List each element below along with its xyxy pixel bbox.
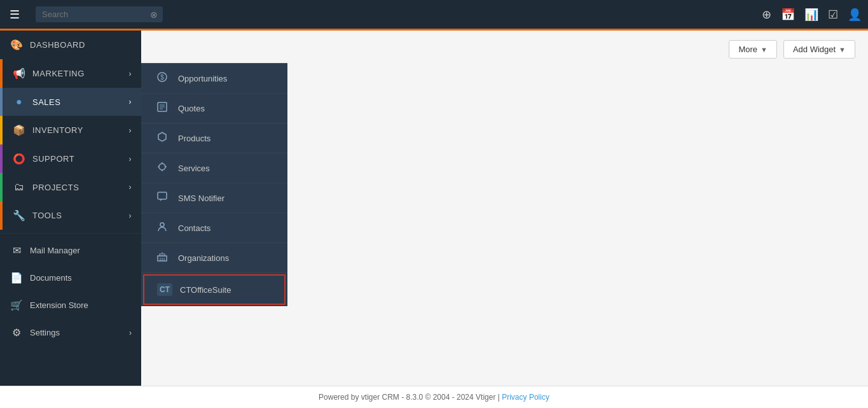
- chevron-right-icon: ›: [129, 183, 132, 192]
- support-icon: ⭕: [12, 153, 26, 165]
- submenu-item-label: CTOfficeSuite: [180, 285, 231, 295]
- projects-icon: 🗂: [12, 181, 26, 193]
- add-widget-caret-icon: ▼: [839, 46, 846, 53]
- privacy-policy-link[interactable]: Privacy Policy: [502, 393, 549, 402]
- sidebar-item-support[interactable]: ⭕ Support ›: [0, 144, 141, 173]
- sidebar-item-label: Projects: [32, 183, 79, 192]
- chevron-right-icon: ›: [129, 155, 132, 164]
- svg-rect-11: [158, 192, 167, 199]
- search-input[interactable]: [36, 6, 163, 22]
- hamburger-menu[interactable]: ☰: [6, 4, 23, 25]
- svg-rect-14: [160, 254, 165, 256]
- chart-icon[interactable]: 📊: [804, 8, 818, 22]
- sidebar-item-label: Tools: [32, 211, 62, 220]
- add-widget-button[interactable]: Add Widget ▼: [783, 40, 855, 59]
- nav-divider: [0, 233, 141, 234]
- sidebar-item-sales[interactable]: ● Sales ›: [0, 88, 141, 116]
- more-caret-icon: ▼: [761, 46, 768, 53]
- svg-point-6: [159, 164, 165, 170]
- organizations-icon: [154, 251, 170, 265]
- submenu-item-label: Organizations: [178, 253, 229, 263]
- sms-icon: [154, 191, 170, 205]
- chevron-right-icon: ›: [129, 328, 132, 337]
- submenu-item-quotes[interactable]: Quotes: [141, 94, 287, 123]
- sidebar-item-mail-manager[interactable]: ✉ Mail Manager: [0, 237, 141, 264]
- submenu-item-label: Services: [178, 164, 210, 173]
- services-icon: [154, 161, 170, 175]
- sidebar-item-label: Sales: [32, 97, 60, 107]
- add-widget-label: Add Widget: [793, 45, 836, 54]
- top-bar: ☰ ⊗ ⊕ 📅 📊 ☑ 👤: [0, 0, 868, 31]
- submenu-item-label: Quotes: [178, 104, 205, 113]
- tasks-icon[interactable]: ☑: [828, 8, 838, 22]
- marketing-icon: 📢: [12, 67, 26, 80]
- quotes-icon: [154, 101, 170, 115]
- chevron-right-icon: ›: [129, 126, 132, 135]
- user-icon[interactable]: 👤: [848, 8, 862, 22]
- submenu-item-organizations[interactable]: Organizations: [141, 243, 287, 273]
- submenu-item-opportunities[interactable]: $ Opportunities: [141, 64, 287, 94]
- sidebar-item-label: Documents: [30, 273, 72, 283]
- sidebar-item-label: Dashboard: [30, 40, 85, 50]
- sidebar-item-label: Mail Manager: [30, 246, 80, 255]
- contacts-icon: [154, 221, 170, 235]
- settings-icon: ⚙: [10, 327, 24, 339]
- dashboard-icon: 🎨: [10, 39, 24, 51]
- ctofficesuite-icon: CT: [157, 283, 172, 296]
- chevron-right-icon: ›: [129, 69, 132, 78]
- add-icon[interactable]: ⊕: [762, 8, 771, 22]
- submenu-item-label: SMS Notifier: [178, 193, 224, 203]
- svg-point-12: [160, 223, 164, 227]
- sidebar-item-projects[interactable]: 🗂 Projects ›: [0, 173, 141, 201]
- store-icon: 🛒: [10, 299, 24, 311]
- submenu-item-products[interactable]: Products: [141, 123, 287, 153]
- submenu-item-ctofficesuite[interactable]: CT CTOfficeSuite: [143, 274, 286, 305]
- submenu-item-label: Opportunities: [178, 74, 227, 83]
- sidebar-item-label: Settings: [30, 328, 60, 337]
- tools-icon: 🔧: [12, 209, 26, 222]
- top-bar-left: ☰ ⊗: [6, 4, 163, 25]
- submenu-item-label: Products: [178, 134, 210, 143]
- more-button[interactable]: More ▼: [729, 40, 777, 59]
- inventory-icon: 📦: [12, 124, 26, 136]
- submenu-item-contacts[interactable]: Contacts: [141, 213, 287, 243]
- search-wrapper: ⊗: [36, 6, 163, 22]
- opportunities-icon: $: [154, 71, 170, 85]
- sidebar: 🎨 Dashboard 📢 Marketing › ● Sales › 📦 In…: [0, 31, 141, 386]
- sales-submenu: $ Opportunities Quotes Products Services: [141, 63, 287, 306]
- submenu-item-services[interactable]: Services: [141, 153, 287, 183]
- sidebar-item-label: Marketing: [32, 69, 85, 78]
- sidebar-item-dashboard[interactable]: 🎨 Dashboard: [0, 31, 141, 59]
- mail-icon: ✉: [10, 244, 24, 257]
- footer-powered-by: Powered by vtiger CRM - 8.3.0 © 2004 - 2…: [319, 393, 500, 402]
- main-layout: 🎨 Dashboard 📢 Marketing › ● Sales › 📦 In…: [0, 31, 868, 386]
- submenu-item-sms-notifier[interactable]: SMS Notifier: [141, 183, 287, 213]
- svg-text:$: $: [160, 74, 164, 81]
- sidebar-item-label: Inventory: [32, 125, 83, 135]
- sidebar-item-settings[interactable]: ⚙ Settings ›: [0, 319, 141, 346]
- sidebar-item-inventory[interactable]: 📦 Inventory ›: [0, 116, 141, 144]
- products-icon: [154, 131, 170, 145]
- sidebar-item-label: Support: [32, 154, 74, 164]
- footer: Powered by vtiger CRM - 8.3.0 © 2004 - 2…: [0, 386, 868, 408]
- top-bar-right: ⊕ 📅 📊 ☑ 👤: [762, 8, 862, 22]
- submenu-item-label: Contacts: [178, 223, 210, 233]
- documents-icon: 📄: [10, 272, 24, 284]
- sidebar-item-documents[interactable]: 📄 Documents: [0, 264, 141, 292]
- search-clear-icon[interactable]: ⊗: [150, 10, 158, 20]
- sidebar-item-label: Extension Store: [30, 300, 88, 310]
- chevron-right-icon: ›: [129, 211, 132, 220]
- chevron-right-icon: ›: [129, 97, 132, 106]
- more-button-label: More: [738, 45, 757, 54]
- sales-icon: ●: [12, 96, 26, 108]
- sidebar-item-marketing[interactable]: 📢 Marketing ›: [0, 59, 141, 88]
- sidebar-item-extension-store[interactable]: 🛒 Extension Store: [0, 292, 141, 319]
- sidebar-item-tools[interactable]: 🔧 Tools ›: [0, 201, 141, 230]
- calendar-icon[interactable]: 📅: [781, 8, 795, 22]
